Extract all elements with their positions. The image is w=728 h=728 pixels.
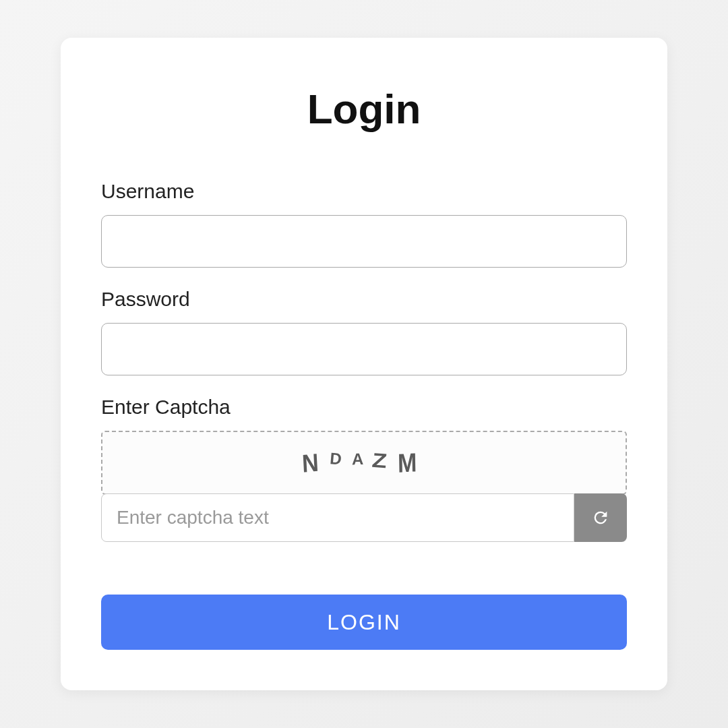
password-label: Password [101,288,627,311]
username-group: Username [101,180,627,268]
captcha-char: N [301,447,329,478]
captcha-label: Enter Captcha [101,396,627,419]
page-title: Login [101,85,627,133]
login-card: Login Username Password Enter Captcha N … [61,38,667,690]
username-label: Username [101,180,627,203]
captcha-text: N D A Z M [301,450,426,476]
captcha-input-row [101,493,627,542]
captcha-group: Enter Captcha N D A Z M [101,396,627,542]
captcha-char: Z [371,449,400,477]
captcha-char: D [328,449,352,477]
captcha-refresh-button[interactable] [574,493,627,542]
password-group: Password [101,288,627,375]
refresh-icon [591,508,610,527]
captcha-input[interactable] [101,493,574,542]
captcha-char: M [397,447,426,479]
captcha-challenge-box: N D A Z M [101,431,627,495]
username-input[interactable] [101,215,627,268]
login-button[interactable]: LOGIN [101,595,627,650]
captcha-char: A [352,449,373,476]
password-input[interactable] [101,323,627,375]
